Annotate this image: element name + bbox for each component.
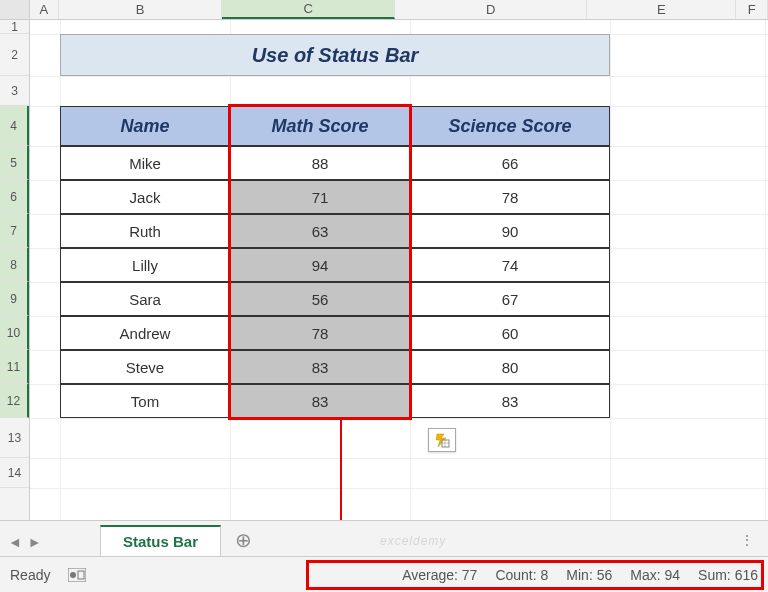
- cell-math[interactable]: 88: [230, 146, 410, 180]
- col-header-E[interactable]: E: [587, 0, 736, 19]
- cell-math[interactable]: 94: [230, 248, 410, 282]
- data-table: Name Math Score Science Score Mike8866Ja…: [60, 106, 610, 418]
- cell-science[interactable]: 80: [410, 350, 610, 384]
- table-row: Lilly9474: [60, 248, 610, 282]
- table-row: Steve8380: [60, 350, 610, 384]
- status-max: Max: 94: [630, 567, 680, 583]
- table-row: Sara5667: [60, 282, 610, 316]
- row-header-11[interactable]: 11: [0, 350, 29, 384]
- col-header-D[interactable]: D: [395, 0, 587, 19]
- title-cell[interactable]: Use of Status Bar: [60, 34, 610, 76]
- status-bar[interactable]: Ready Average: 77 Count: 8 Min: 56 Max: …: [0, 556, 768, 592]
- cell-science[interactable]: 66: [410, 146, 610, 180]
- cell-science[interactable]: 90: [410, 214, 610, 248]
- table-row: Tom8383: [60, 384, 610, 418]
- sheet-tab-active[interactable]: Status Bar: [100, 525, 221, 556]
- quick-analysis-icon: [434, 432, 450, 448]
- title-text: Use of Status Bar: [252, 44, 419, 67]
- col-header-F[interactable]: F: [736, 0, 768, 19]
- col-header-B[interactable]: B: [59, 0, 222, 19]
- row-header-12[interactable]: 12: [0, 384, 29, 418]
- table-row: Ruth6390: [60, 214, 610, 248]
- header-math[interactable]: Math Score: [230, 106, 410, 146]
- table-header-row: Name Math Score Science Score: [60, 106, 610, 146]
- cell-science[interactable]: 67: [410, 282, 610, 316]
- row-headers: 1234567891011121314: [0, 20, 30, 520]
- table-row: Andrew7860: [60, 316, 610, 350]
- quick-analysis-button[interactable]: [428, 428, 456, 452]
- cell-math[interactable]: 83: [230, 350, 410, 384]
- sheet-tab-label: Status Bar: [123, 533, 198, 550]
- column-headers: ABCDEF: [30, 0, 768, 20]
- row-header-14[interactable]: 14: [0, 458, 29, 488]
- row-header-10[interactable]: 10: [0, 316, 29, 350]
- row-header-5[interactable]: 5: [0, 146, 29, 180]
- status-min: Min: 56: [566, 567, 612, 583]
- status-sum: Sum: 616: [698, 567, 758, 583]
- cell-math[interactable]: 83: [230, 384, 410, 418]
- col-header-C[interactable]: C: [222, 0, 395, 19]
- annotation-arrow: [340, 420, 342, 524]
- row-header-3[interactable]: 3: [0, 76, 29, 106]
- row-header-2[interactable]: 2: [0, 34, 29, 76]
- add-sheet-button[interactable]: ⊕: [235, 528, 252, 556]
- cell-science[interactable]: 74: [410, 248, 610, 282]
- col-header-A[interactable]: A: [30, 0, 59, 19]
- cell-science[interactable]: 83: [410, 384, 610, 418]
- status-count: Count: 8: [495, 567, 548, 583]
- macro-record-icon[interactable]: [68, 568, 86, 582]
- status-ready: Ready: [10, 567, 50, 583]
- cell-math[interactable]: 56: [230, 282, 410, 316]
- watermark: exceldemy: [380, 534, 446, 548]
- cell-science[interactable]: 78: [410, 180, 610, 214]
- select-all-corner[interactable]: [0, 0, 30, 20]
- status-average: Average: 77: [402, 567, 477, 583]
- table-row: Mike8866: [60, 146, 610, 180]
- cell-name[interactable]: Tom: [60, 384, 230, 418]
- cell-math[interactable]: 71: [230, 180, 410, 214]
- cell-name[interactable]: Ruth: [60, 214, 230, 248]
- row-header-9[interactable]: 9: [0, 282, 29, 316]
- row-header-4[interactable]: 4: [0, 106, 29, 146]
- tab-options[interactable]: ⋮: [740, 532, 756, 548]
- cell-math[interactable]: 78: [230, 316, 410, 350]
- svg-point-4: [70, 572, 76, 578]
- cell-math[interactable]: 63: [230, 214, 410, 248]
- row-header-13[interactable]: 13: [0, 418, 29, 458]
- cell-science[interactable]: 60: [410, 316, 610, 350]
- cell-name[interactable]: Andrew: [60, 316, 230, 350]
- table-row: Jack7178: [60, 180, 610, 214]
- svg-rect-5: [78, 571, 84, 579]
- svg-rect-0: [442, 440, 449, 447]
- cell-name[interactable]: Steve: [60, 350, 230, 384]
- row-header-6[interactable]: 6: [0, 180, 29, 214]
- row-header-1[interactable]: 1: [0, 20, 29, 34]
- cell-name[interactable]: Jack: [60, 180, 230, 214]
- cell-name[interactable]: Sara: [60, 282, 230, 316]
- cell-name[interactable]: Lilly: [60, 248, 230, 282]
- header-science[interactable]: Science Score: [410, 106, 610, 146]
- row-header-7[interactable]: 7: [0, 214, 29, 248]
- row-header-8[interactable]: 8: [0, 248, 29, 282]
- header-name[interactable]: Name: [60, 106, 230, 146]
- tab-nav-arrows[interactable]: ◄►: [8, 534, 42, 550]
- spreadsheet-grid[interactable]: Use of Status Bar Name Math Score Scienc…: [30, 20, 768, 520]
- cell-name[interactable]: Mike: [60, 146, 230, 180]
